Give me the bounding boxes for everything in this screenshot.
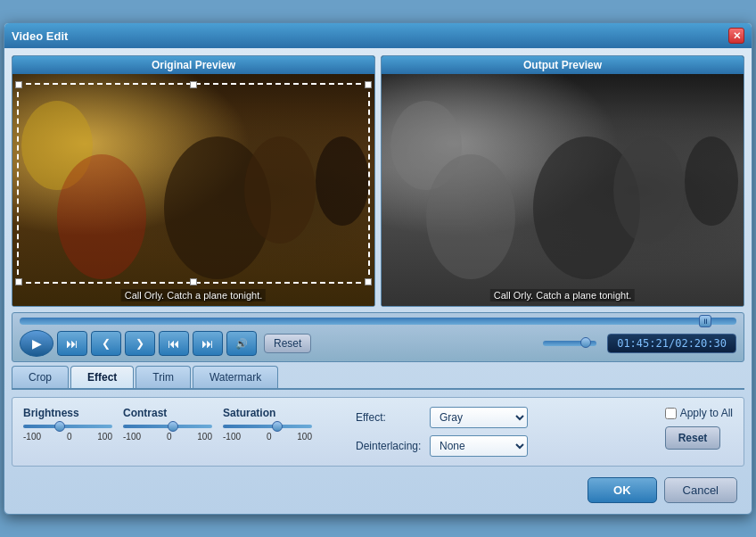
contrast-track[interactable] xyxy=(123,425,212,428)
seekbar-track[interactable] xyxy=(20,318,736,325)
close-button[interactable]: ✕ xyxy=(728,28,744,44)
scene-overlay xyxy=(12,74,374,306)
titlebar: Video Edit ✕ xyxy=(4,23,752,48)
go-start-button[interactable]: ⏮ xyxy=(159,331,189,356)
output-scene-overlay xyxy=(382,74,744,306)
apply-section: Apply to All Reset xyxy=(665,407,733,450)
tab-effect[interactable]: Effect xyxy=(70,366,134,388)
controls-grid: Brightness -100 0 100 Contrast xyxy=(23,407,733,457)
contrast-label: Contrast xyxy=(123,407,167,419)
seekbar-area: ▶ ⏭ ❮ ❯ ⏮ ⏭ 🔊 Reset 01:45:21/02:20:30 xyxy=(12,312,744,362)
original-preview-panel: Original Preview xyxy=(12,55,375,307)
svg-point-2 xyxy=(244,136,316,244)
tab-watermark[interactable]: Watermark xyxy=(193,366,278,388)
apply-all-label[interactable]: Apply to All xyxy=(680,407,733,419)
saturation-group: Saturation -100 0 100 xyxy=(223,407,312,442)
svg-point-3 xyxy=(57,154,146,279)
contrast-values: -100 0 100 xyxy=(123,432,212,442)
footer-row: OK Cancel xyxy=(12,470,744,507)
output-subtitle: Call Orly. Catch a plane tonight. xyxy=(490,289,635,302)
deinterlace-select[interactable]: None Linear Complex xyxy=(430,435,528,457)
cancel-button[interactable]: Cancel xyxy=(664,477,737,503)
apply-all-checkbox[interactable] xyxy=(665,408,677,419)
output-preview-content: Call Orly. Catch a plane tonight. xyxy=(382,74,744,306)
original-scene: Call Orly. Catch a plane tonight. xyxy=(12,74,374,306)
output-preview-panel: Output Preview Call Orly. Catch a plane … xyxy=(381,55,744,307)
svg-point-7 xyxy=(613,136,685,244)
svg-point-9 xyxy=(685,136,738,226)
original-preview-label: Original Preview xyxy=(12,56,374,74)
volume-track[interactable] xyxy=(543,341,596,346)
brightness-values: -100 0 100 xyxy=(23,432,112,442)
tab-crop[interactable]: Crop xyxy=(12,366,69,388)
svg-point-8 xyxy=(426,154,515,279)
seekbar-thumb[interactable] xyxy=(699,315,711,327)
go-end-button[interactable]: ⏭ xyxy=(193,331,223,356)
brightness-group: Brightness -100 0 100 xyxy=(23,407,112,442)
brightness-thumb[interactable] xyxy=(54,421,65,432)
reset-button[interactable]: Reset xyxy=(264,334,311,353)
effect-select[interactable]: Gray None Sepia Invert xyxy=(430,407,528,428)
tabs-row: Crop Effect Trim Watermark xyxy=(12,366,744,390)
time-display: 01:45:21/02:20:30 xyxy=(607,334,736,353)
saturation-thumb[interactable] xyxy=(272,421,283,432)
saturation-track[interactable] xyxy=(223,425,312,428)
svg-point-4 xyxy=(316,136,369,226)
apply-all-row: Apply to All xyxy=(665,407,733,419)
video-edit-window: Video Edit ✕ Original Preview xyxy=(4,22,752,515)
next-frame-button[interactable]: ⏭ xyxy=(57,331,87,356)
play-button[interactable]: ▶ xyxy=(20,330,53,357)
mark-in-button[interactable]: ❮ xyxy=(91,331,121,356)
saturation-label: Saturation xyxy=(223,407,275,419)
effect-label: Effect: xyxy=(356,411,423,424)
preview-area: Original Preview xyxy=(12,55,744,307)
tab-trim[interactable]: Trim xyxy=(136,366,191,388)
brightness-track[interactable] xyxy=(23,425,112,428)
controls-row: ▶ ⏭ ❮ ❯ ⏮ ⏭ 🔊 Reset 01:45:21/02:20:30 xyxy=(20,330,736,357)
deinterlace-label: Deinterlacing: xyxy=(356,440,423,452)
contrast-group: Contrast -100 0 100 xyxy=(123,407,212,442)
ok-button[interactable]: OK xyxy=(588,477,657,503)
contrast-thumb[interactable] xyxy=(168,421,178,432)
output-preview-label: Output Preview xyxy=(382,56,744,74)
volume-thumb[interactable] xyxy=(580,337,591,348)
mark-out-button[interactable]: ❯ xyxy=(125,331,155,356)
deinterlace-row: Deinterlacing: None Linear Complex xyxy=(356,435,528,457)
effect-row: Effect: Gray None Sepia Invert xyxy=(356,407,528,428)
brightness-label: Brightness xyxy=(23,407,79,419)
original-preview-content: Call Orly. Catch a plane tonight. xyxy=(12,74,374,306)
window-title: Video Edit xyxy=(12,29,68,43)
volume-button[interactable]: 🔊 xyxy=(226,331,257,356)
effect-section: Effect: Gray None Sepia Invert Deinterla… xyxy=(356,407,528,457)
saturation-values: -100 0 100 xyxy=(223,432,312,442)
output-scene: Call Orly. Catch a plane tonight. xyxy=(382,74,744,306)
effect-panel: Brightness -100 0 100 Contrast xyxy=(12,397,744,467)
effect-reset-button[interactable]: Reset xyxy=(665,426,721,450)
main-content: Original Preview xyxy=(4,48,752,514)
original-subtitle: Call Orly. Catch a plane tonight. xyxy=(121,289,266,302)
